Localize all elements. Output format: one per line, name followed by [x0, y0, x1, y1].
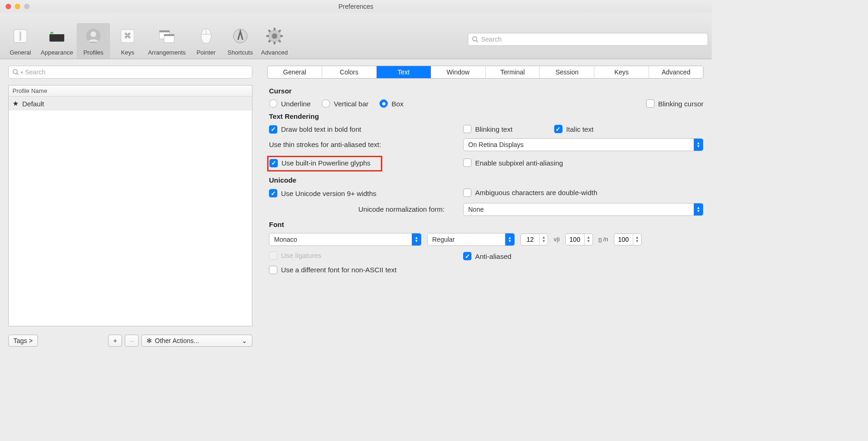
h-spacing-stepper[interactable]: ▲▼ — [565, 233, 593, 245]
radio-label: Box — [391, 100, 403, 108]
check-label: Anti-aliased — [475, 252, 511, 260]
v-spacing-input[interactable] — [614, 236, 633, 243]
remove-profile-button[interactable]: – — [125, 335, 139, 347]
svg-text:⌘: ⌘ — [124, 32, 131, 40]
titlebar: Preferences — [0, 0, 712, 13]
ambiguous-width-check[interactable]: Ambiguous characters are double-width — [463, 189, 597, 197]
blinking-cursor-check[interactable]: Blinking cursor — [646, 99, 703, 108]
svg-point-29 — [13, 70, 18, 74]
svg-point-6 — [91, 31, 96, 37]
check-label: Use Unicode version 9+ widths — [281, 190, 376, 197]
tab-window[interactable]: Window — [431, 66, 486, 78]
toolbar-tab-advanced[interactable]: Advanced — [258, 23, 291, 59]
toolbar-tab-label: Appearance — [41, 49, 73, 56]
svg-line-24 — [279, 40, 281, 42]
toolbar-tab-label: Pointer — [196, 49, 215, 56]
profile-search-input[interactable] — [25, 68, 248, 76]
profile-row-default[interactable]: ★ Default — [9, 97, 252, 110]
italic-text-check[interactable]: Italic text — [554, 125, 593, 133]
v-spacing-icon: n/n — [599, 236, 608, 243]
unicode-v9-check[interactable]: Use Unicode version 9+ widths — [269, 189, 376, 197]
cursor-vertical-radio[interactable]: Vertical bar — [322, 99, 368, 108]
font-family-dropdown[interactable]: Monaco ▲▼ — [269, 233, 422, 246]
profile-search[interactable]: ▾ — [8, 66, 252, 79]
tab-advanced[interactable]: Advanced — [649, 66, 703, 78]
main-area: ▾ Profile Name ★ Default Tags > + – ✻ Ot… — [0, 59, 712, 351]
text-rendering-title: Text Rendering — [269, 112, 703, 120]
chevron-down-icon: ⌄ — [242, 337, 247, 344]
font-style-dropdown[interactable]: Regular ▲▼ — [427, 233, 515, 246]
check-label: Draw bold text in bold font — [281, 125, 361, 133]
toolbar-search[interactable] — [468, 33, 708, 46]
profile-list-header: Profile Name — [9, 86, 252, 97]
toolbar-search-input[interactable] — [481, 36, 704, 43]
tab-terminal[interactable]: Terminal — [486, 66, 540, 78]
advanced-icon — [263, 25, 286, 47]
stepper-arrows-icon[interactable]: ▲▼ — [633, 234, 641, 245]
tags-button[interactable]: Tags > — [8, 335, 38, 347]
toolbar-tab-shortcuts[interactable]: Shortcuts — [224, 23, 257, 59]
profile-list: Profile Name ★ Default — [8, 85, 252, 326]
check-label: Use a different font for non-ASCII text — [281, 266, 397, 274]
tab-keys[interactable]: Keys — [594, 66, 649, 78]
toolbar-tab-label: Keys — [121, 49, 134, 56]
tab-colors[interactable]: Colors — [322, 66, 377, 78]
anti-aliased-check[interactable]: Anti-aliased — [463, 252, 511, 260]
dropdown-value: Monaco — [274, 236, 412, 243]
blinking-text-check[interactable]: Blinking text — [463, 125, 513, 133]
svg-line-23 — [269, 30, 270, 32]
powerline-glyphs-check[interactable]: Use built-in Powerline glyphs — [269, 159, 371, 167]
toolbar-tab-profiles[interactable]: Profiles — [77, 23, 110, 59]
sidebar-footer: Tags > + – ✻ Other Actions... ⌄ — [8, 335, 252, 347]
thin-strokes-dropdown[interactable]: On Retina Displays ▲▼ — [463, 138, 703, 151]
add-profile-button[interactable]: + — [108, 335, 122, 347]
unicode-title: Unicode — [269, 176, 703, 184]
font-size-input[interactable] — [521, 236, 539, 243]
cursor-underline-radio[interactable]: Underline — [269, 99, 311, 108]
general-icon — [9, 25, 31, 47]
profiles-icon — [82, 25, 104, 47]
font-size-stepper[interactable]: ▲▼ — [520, 233, 548, 245]
toolbar-tab-arrangements[interactable]: Arrangements — [145, 23, 189, 59]
cursor-box-radio[interactable]: Box — [379, 99, 403, 108]
toolbar-tab-keys[interactable]: ⌘ Keys — [111, 23, 144, 59]
check-label: Blinking text — [475, 125, 513, 133]
cursor-title: Cursor — [269, 87, 703, 95]
dropdown-arrows-icon: ▲▼ — [505, 233, 514, 245]
toolbar-tab-label: General — [10, 49, 31, 56]
tab-session[interactable]: Session — [540, 66, 594, 78]
svg-rect-1 — [19, 31, 21, 41]
keys-icon: ⌘ — [116, 25, 139, 47]
stepper-arrows-icon[interactable]: ▲▼ — [539, 234, 548, 245]
check-label: Blinking cursor — [658, 100, 703, 108]
draw-bold-check[interactable]: Draw bold text in bold font — [269, 125, 361, 134]
content-panel: General Colors Text Window Terminal Sess… — [259, 59, 712, 351]
profile-tabs: General Colors Text Window Terminal Sess… — [267, 66, 703, 79]
chevron-down-icon[interactable]: ▾ — [21, 70, 23, 75]
toolbar-tab-pointer[interactable]: Pointer — [189, 23, 223, 59]
different-non-ascii-font-check[interactable]: Use a different font for non-ASCII text — [269, 266, 397, 274]
toolbar-tab-general[interactable]: General — [4, 23, 37, 59]
tab-general[interactable]: General — [268, 66, 322, 78]
check-label: Use built-in Powerline glyphs — [281, 159, 371, 167]
h-spacing-input[interactable] — [566, 236, 584, 243]
stepper-arrows-icon[interactable]: ▲▼ — [584, 234, 593, 245]
toolbar-tab-appearance[interactable]: Appearance — [38, 23, 76, 59]
svg-line-25 — [279, 30, 281, 32]
v-spacing-stepper[interactable]: ▲▼ — [614, 233, 642, 245]
minimize-window[interactable] — [15, 4, 20, 9]
h-spacing-icon: v|i — [554, 236, 560, 243]
subpixel-aa-check[interactable]: Enable subpixel anti-aliasing — [463, 159, 563, 167]
unicode-norm-dropdown[interactable]: None ▲▼ — [463, 203, 703, 216]
close-window[interactable] — [6, 4, 11, 9]
profile-name: Default — [22, 100, 44, 108]
radio-label: Vertical bar — [334, 100, 368, 108]
shortcuts-icon — [229, 25, 251, 47]
tab-text[interactable]: Text — [377, 66, 431, 78]
check-label: Use ligatures — [281, 251, 322, 259]
dropdown-arrows-icon: ▲▼ — [694, 139, 703, 151]
other-actions-button[interactable]: ✻ Other Actions... ⌄ — [141, 335, 252, 347]
zoom-window-disabled — [24, 4, 30, 9]
appearance-icon — [46, 25, 68, 47]
pointer-icon — [195, 25, 217, 47]
